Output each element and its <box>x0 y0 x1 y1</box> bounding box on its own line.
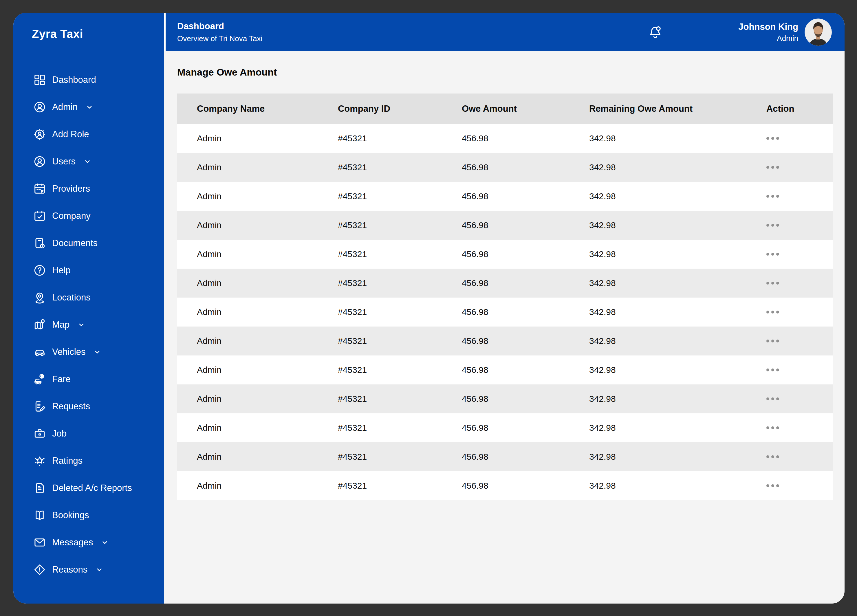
table-header-row: Company NameCompany IDOwe AmountRemainin… <box>177 94 833 124</box>
cell-remaining-owe-amount: 342.98 <box>569 355 747 384</box>
sidebar-item-job[interactable]: Job <box>13 425 164 443</box>
sidebar-item-label: Reasons <box>52 565 87 575</box>
sidebar-item-bookings[interactable]: Bookings <box>13 506 164 524</box>
row-actions-button[interactable] <box>766 337 779 345</box>
user-meta: Johnson King Admin <box>738 22 798 43</box>
cell-company-name: Admin <box>177 327 318 355</box>
cell-company-name: Admin <box>177 240 318 269</box>
ellipsis-icon <box>766 195 769 198</box>
column-header-remaining-owe-amount: Remaining Owe Amount <box>569 94 747 124</box>
cell-owe-amount: 456.98 <box>442 298 569 327</box>
sidebar-item-dashboard[interactable]: Dashboard <box>13 71 164 89</box>
cell-owe-amount: 456.98 <box>442 413 569 442</box>
cell-action <box>747 182 833 211</box>
cell-company-id: #45321 <box>318 182 442 211</box>
column-header-owe-amount: Owe Amount <box>442 94 569 124</box>
cell-company-id: #45321 <box>318 442 442 471</box>
row-actions-button[interactable] <box>766 250 779 258</box>
chevron-down-icon <box>101 538 109 547</box>
sidebar-item-locations[interactable]: Locations <box>13 289 164 307</box>
user-circle-icon <box>33 100 46 114</box>
cell-remaining-owe-amount: 342.98 <box>569 182 747 211</box>
sidebar-item-requests[interactable]: Requests <box>13 397 164 415</box>
row-actions-button[interactable] <box>766 308 779 316</box>
sidebar-item-fare[interactable]: Fare <box>13 370 164 388</box>
chevron-down-icon <box>95 565 104 574</box>
table-row: Admin#45321456.98342.98 <box>177 384 833 413</box>
sidebar-item-users[interactable]: Users <box>13 153 164 170</box>
cell-owe-amount: 456.98 <box>442 355 569 384</box>
sidebar-item-add-role[interactable]: Add Role <box>13 125 164 143</box>
sidebar-item-help[interactable]: Help <box>13 261 164 279</box>
owe-amount-table: Company NameCompany IDOwe AmountRemainin… <box>177 94 833 500</box>
sidebar-item-vehicles[interactable]: Vehicles <box>13 343 164 361</box>
cell-owe-amount: 456.98 <box>442 384 569 413</box>
sidebar-menu: DashboardAdminAdd RoleUsersProvidersComp… <box>13 71 164 579</box>
sidebar-item-label: Ratings <box>52 455 82 466</box>
location-pin-icon <box>33 291 46 304</box>
table-row: Admin#45321456.98342.98 <box>177 471 833 500</box>
sidebar-item-label: Map <box>52 320 70 330</box>
chevron-down-icon <box>83 157 92 166</box>
sidebar-item-label: Job <box>52 428 67 439</box>
row-actions-button[interactable] <box>766 395 779 403</box>
sidebar-item-reasons[interactable]: Reasons <box>13 561 164 579</box>
sidebar-item-deleted-reports[interactable]: Deleted A/c Reports <box>13 479 164 497</box>
car-icon <box>33 345 46 359</box>
sidebar-item-label: Deleted A/c Reports <box>52 483 132 493</box>
row-actions-button[interactable] <box>766 482 779 490</box>
map-pin-icon <box>33 318 46 332</box>
cell-remaining-owe-amount: 342.98 <box>569 413 747 442</box>
row-actions-button[interactable] <box>766 423 779 432</box>
column-header-action: Action <box>747 94 833 124</box>
cell-company-id: #45321 <box>318 211 442 240</box>
chevron-down-icon <box>93 348 102 356</box>
ellipsis-icon <box>766 455 769 458</box>
cell-company-id: #45321 <box>318 355 442 384</box>
sidebar-item-ratings[interactable]: Ratings <box>13 452 164 470</box>
ellipsis-icon <box>766 166 769 169</box>
ellipsis-icon <box>766 310 769 313</box>
row-actions-button[interactable] <box>766 452 779 461</box>
sidebar-item-admin[interactable]: Admin <box>13 98 164 116</box>
cell-remaining-owe-amount: 342.98 <box>569 124 747 153</box>
sidebar-item-messages[interactable]: Messages <box>13 534 164 551</box>
envelope-icon <box>33 536 46 549</box>
page-subtitle: Overview of Tri Nova Taxi <box>177 34 262 43</box>
bell-notification-icon[interactable] <box>647 24 663 40</box>
sidebar-item-map[interactable]: Map <box>13 316 164 334</box>
cell-owe-amount: 456.98 <box>442 327 569 355</box>
row-actions-button[interactable] <box>766 134 779 143</box>
sidebar-item-company[interactable]: Company <box>13 207 164 225</box>
sidebar-item-label: Fare <box>52 374 71 384</box>
cell-company-id: #45321 <box>318 269 442 298</box>
cell-company-name: Admin <box>177 413 318 442</box>
ellipsis-icon <box>766 369 769 371</box>
cell-remaining-owe-amount: 342.98 <box>569 211 747 240</box>
column-header-company-id: Company ID <box>318 94 442 124</box>
row-actions-button[interactable] <box>766 192 779 201</box>
cell-company-id: #45321 <box>318 124 442 153</box>
row-actions-button[interactable] <box>766 366 779 374</box>
row-actions-button[interactable] <box>766 221 779 230</box>
table-row: Admin#45321456.98342.98 <box>177 355 833 384</box>
cell-company-id: #45321 <box>318 298 442 327</box>
document-lines-icon <box>33 482 46 495</box>
ellipsis-icon <box>766 484 769 487</box>
sidebar-item-documents[interactable]: Documents <box>13 234 164 252</box>
row-actions-button[interactable] <box>766 279 779 287</box>
sidebar-item-providers[interactable]: Providers <box>13 180 164 198</box>
cell-action <box>747 384 833 413</box>
cell-company-name: Admin <box>177 124 318 153</box>
top-header: Dashboard Overview of Tri Nova Taxi John… <box>166 13 845 51</box>
row-actions-button[interactable] <box>766 163 779 172</box>
cell-remaining-owe-amount: 342.98 <box>569 471 747 500</box>
sidebar-item-label: Admin <box>52 102 77 112</box>
cell-action <box>747 153 833 182</box>
cell-company-id: #45321 <box>318 153 442 182</box>
car-dollar-icon <box>33 372 46 386</box>
gear-user-icon <box>33 128 46 141</box>
table-row: Admin#45321456.98342.98 <box>177 182 833 211</box>
user-avatar-photo[interactable] <box>804 19 832 46</box>
chevron-down-icon <box>85 103 94 111</box>
